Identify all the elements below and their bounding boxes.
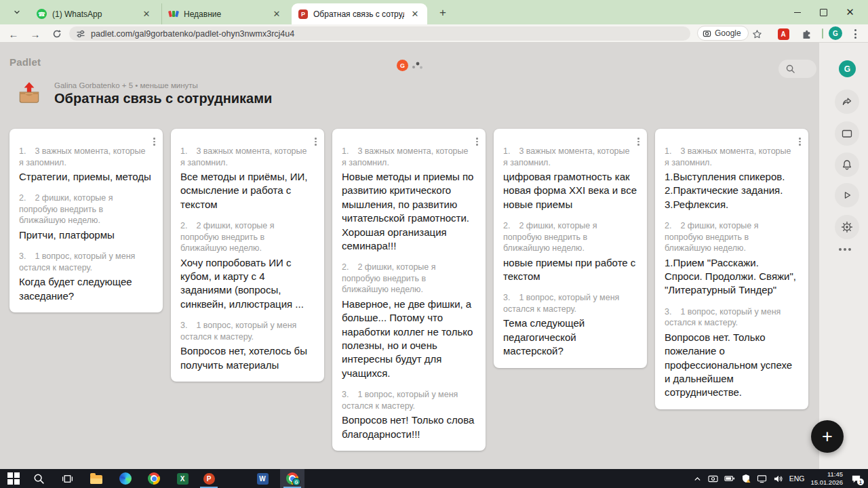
- window-maximize-button[interactable]: [811, 0, 836, 24]
- settings-button[interactable]: [835, 215, 859, 239]
- window-close-button[interactable]: ✕: [837, 0, 863, 24]
- card-prompt: 3.1 вопрос, который у меня остался к мас…: [19, 251, 153, 273]
- notifications-button[interactable]: [835, 152, 859, 177]
- adobe-acrobat-extension-icon[interactable]: A: [776, 26, 791, 41]
- browser-profile-avatar[interactable]: G: [829, 26, 842, 40]
- forward-button[interactable]: →: [27, 26, 43, 42]
- card-menu-icon[interactable]: [636, 136, 641, 147]
- presence-indicator[interactable]: G: [397, 60, 425, 71]
- tab-close-icon[interactable]: ✕: [271, 9, 282, 20]
- chrome-profile-button-active[interactable]: G: [280, 469, 304, 488]
- card-prompt: 2.2 фишки, которые я попробую внедрить в…: [19, 192, 153, 226]
- windows-taskbar: X P W G ENG 11:45 15.01.2026 1: [0, 469, 868, 488]
- tab-label: Обратная связь с сотрудникам: [313, 9, 404, 19]
- tab-close-icon[interactable]: ✕: [141, 9, 152, 20]
- lens-icon: [703, 29, 711, 38]
- edge-button[interactable]: [113, 469, 138, 488]
- user-avatar[interactable]: G: [839, 60, 856, 77]
- battery-icon[interactable]: [724, 474, 735, 483]
- card-answer: Новые методы и приемы по развитию критич…: [342, 170, 476, 253]
- tab-label: (1) WhatsApp: [52, 9, 136, 19]
- url-text: padlet.com/gal9gorbatenko/padlet-ohyn3nw…: [91, 29, 294, 39]
- desktop-screen: ☎ (1) WhatsApp ✕ Недавние ✕ P Обратная с…: [0, 0, 868, 488]
- notification-badge: 1: [857, 479, 864, 485]
- word-button[interactable]: W: [250, 469, 275, 488]
- card-prompt: 3.1 вопрос, который у меня остался к мас…: [503, 292, 637, 314]
- board-search-button[interactable]: [778, 60, 816, 78]
- meet-now-icon[interactable]: [708, 474, 718, 483]
- play-slideshow-button[interactable]: [835, 183, 859, 207]
- tab-nedavnie[interactable]: Недавние ✕: [161, 3, 289, 24]
- tab-search-chevron-icon[interactable]: [9, 6, 24, 18]
- window-minimize-button[interactable]: [785, 0, 810, 24]
- back-button[interactable]: ←: [5, 26, 22, 42]
- card-answer: Вопросов нет! Только слова благодарности…: [342, 413, 476, 441]
- board-byline: Galina Gorbatenko + 5 • меньше минуты: [54, 81, 198, 89]
- card-answer: Наверное, не две фишки, а больше... Пото…: [342, 298, 476, 380]
- taskbar-search-button[interactable]: [26, 469, 51, 488]
- add-post-fab[interactable]: +: [811, 420, 844, 453]
- chrome-button[interactable]: [142, 469, 166, 488]
- browser-menu-kebab-icon[interactable]: [848, 26, 863, 41]
- play-icon: [841, 189, 853, 201]
- padlet-card-4[interactable]: 1.3 важных момента, которые я запомнил. …: [494, 129, 647, 368]
- share-button[interactable]: [835, 89, 859, 114]
- presence-avatar: G: [397, 60, 408, 71]
- card-prompt: 1.3 важных момента, которые я запомнил.: [342, 146, 476, 168]
- new-tab-button[interactable]: +: [435, 5, 450, 20]
- card-prompt: 2.2 фишки, которые я попробую внедрить в…: [503, 220, 637, 254]
- card-prompt: 2.2 фишки, которые я попробую внедрить в…: [180, 220, 315, 254]
- tray-date: 15.01.2026: [810, 479, 843, 486]
- network-icon[interactable]: [757, 474, 767, 483]
- volume-icon[interactable]: [773, 474, 783, 483]
- language-indicator[interactable]: ENG: [789, 474, 805, 483]
- card-answer: 1.Выступления спикеров. 2.Практические з…: [665, 170, 799, 211]
- card-answer: 1.Прием "Расскажи. Спроси. Продолжи. Свя…: [665, 256, 799, 298]
- address-bar[interactable]: padlet.com/gal9gorbatenko/padlet-ohyn3nw…: [69, 26, 690, 41]
- gear-icon: [841, 221, 853, 233]
- google-lens-button[interactable]: Google: [697, 26, 749, 41]
- padlet-card-3[interactable]: 1.3 важных момента, которые я запомнил. …: [332, 129, 486, 451]
- excel-button[interactable]: X: [170, 469, 195, 488]
- card-prompt: 2.2 фишки, которые я попробую внедрить в…: [665, 220, 799, 254]
- tab-whatsapp[interactable]: ☎ (1) WhatsApp ✕: [30, 3, 159, 24]
- powerpoint-button[interactable]: P: [197, 469, 221, 488]
- card-menu-icon[interactable]: [797, 136, 802, 147]
- bell-icon: [841, 159, 853, 171]
- tab-padlet-active[interactable]: P Обратная связь с сотрудникам ✕: [292, 3, 427, 24]
- extensions-puzzle-icon[interactable]: [799, 26, 814, 41]
- tab-label: Недавние: [184, 9, 266, 19]
- tab-close-icon[interactable]: ✕: [410, 9, 420, 20]
- security-shield-warning-icon[interactable]: [741, 474, 751, 483]
- site-settings-icon[interactable]: [76, 29, 85, 39]
- padlet-favicon: P: [298, 9, 308, 19]
- card-prompt: 1.3 важных момента, которые я запомнил.: [19, 146, 153, 168]
- hidden-icons-chevron[interactable]: [693, 474, 702, 483]
- browser-toolbar: ← → padlet.com/gal9gorbatenko/padlet-ohy…: [0, 24, 868, 43]
- card-answer: Хочу попробовать ИИ с кубом, и карту с 4…: [180, 256, 315, 312]
- start-button[interactable]: [1, 469, 26, 488]
- action-center-button[interactable]: 1: [849, 472, 863, 485]
- padlet-card-5[interactable]: 1.3 важных момента, которые я запомнил. …: [655, 129, 808, 409]
- padlet-card-1[interactable]: 1.3 важных момента, которые я запомнил. …: [9, 129, 163, 312]
- profile-badge: G: [292, 478, 300, 486]
- card-menu-icon[interactable]: [152, 136, 157, 147]
- card-answer: цифровая грамотность как новая форма XXI…: [503, 170, 637, 211]
- present-button[interactable]: [835, 121, 859, 146]
- system-tray: ENG 11:45 15.01.2026 1: [693, 469, 868, 488]
- padlet-logo[interactable]: Padlet: [9, 56, 41, 68]
- padlet-card-2[interactable]: 1.3 важных момента, которые я запомнил. …: [171, 129, 324, 382]
- card-answer: Тема следующей педагогической мастерской…: [503, 317, 637, 358]
- bookmark-star-icon[interactable]: [749, 26, 764, 41]
- card-menu-icon[interactable]: [313, 136, 318, 147]
- file-explorer-button[interactable]: [84, 469, 108, 488]
- browser-tab-strip: ☎ (1) WhatsApp ✕ Недавние ✕ P Обратная с…: [0, 0, 868, 24]
- more-options-icon[interactable]: [839, 248, 851, 251]
- reload-button[interactable]: [49, 26, 65, 42]
- card-menu-icon[interactable]: [475, 136, 479, 147]
- taskbar-clock[interactable]: 11:45 15.01.2026: [810, 470, 843, 487]
- lens-label: Google: [715, 28, 741, 38]
- card-prompt: 3.1 вопрос, который у меня остался к мас…: [665, 306, 799, 329]
- toolbar-separator: [822, 28, 823, 39]
- task-view-button[interactable]: [55, 469, 79, 488]
